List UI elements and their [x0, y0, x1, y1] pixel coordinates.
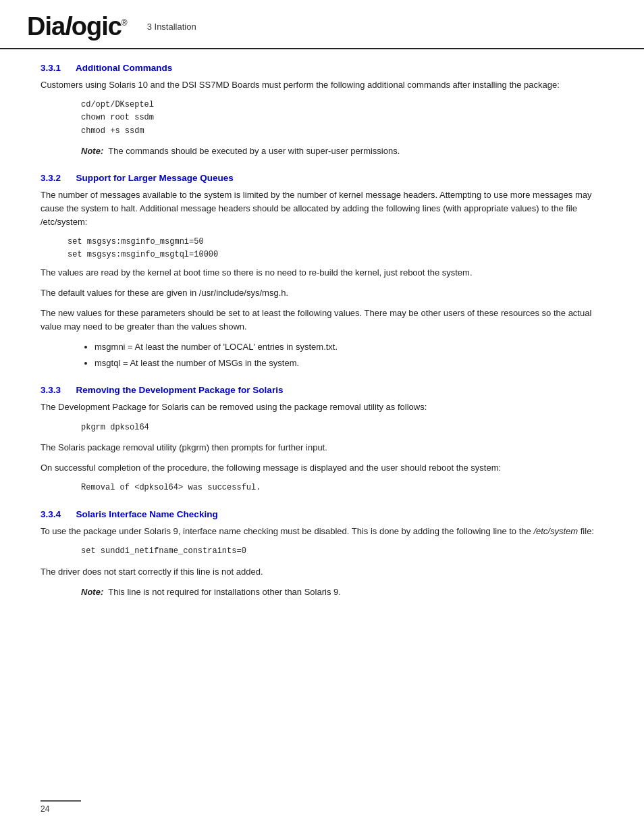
section-3-3-3-para-2: The Solaris package removal utility (pkg… [41, 441, 603, 454]
section-3-3-2-para-2: The values are read by the kernel at boo… [41, 266, 603, 280]
section-3-3-2-para-4: The new values for these parameters shou… [41, 307, 603, 334]
section-3-3-1-note: Note: The commands should be executed by… [81, 145, 603, 158]
section-3-3-3-code: pkgrm dpksol64 [81, 421, 603, 434]
breadcrumb: 3 Installation [147, 22, 196, 32]
footer: 24 [41, 800, 81, 814]
section-3-3-3: 3.3.3 Removing the Development Package f… [41, 385, 603, 494]
section-3-3-2-para-1: The number of messages available to the … [41, 188, 603, 229]
section-3-3-2-code: set msgsys:msginfo_msgmni=50 set msgsys:… [68, 236, 603, 261]
section-number-3-3-1: 3.3.1 [41, 63, 61, 73]
page: Dialogic® 3 Installation 3.3.1 Additiona… [0, 0, 644, 834]
section-3-3-4: 3.3.4 Solaris Interface Name Checking To… [41, 509, 603, 599]
section-title-3-3-4: Solaris Interface Name Checking [76, 509, 218, 519]
section-title-3-3-2: Support for Larger Message Queues [76, 173, 234, 183]
section-3-3-3-para-1: The Development Package for Solaris can … [41, 400, 603, 414]
section-number-3-3-3: 3.3.3 [41, 385, 61, 395]
page-number: 24 [41, 804, 49, 814]
section-3-3-1-para-1: Customers using Solaris 10 and the DSI S… [41, 78, 603, 92]
section-heading-3-3-2: 3.3.2 Support for Larger Message Queues [41, 173, 603, 183]
header: Dialogic® 3 Installation [0, 0, 644, 49]
section-heading-3-3-4: 3.3.4 Solaris Interface Name Checking [41, 509, 603, 519]
bullet-item-2: msgtql = At least the number of MSGs in … [95, 357, 603, 370]
section-3-3-4-code: set sunddi_netifname_constraints=0 [81, 545, 603, 558]
section-3-3-2-para-3: The default values for these are given i… [41, 286, 603, 300]
section-3-3-4-para-2: The driver does not start correctly if t… [41, 565, 603, 579]
section-3-3-2-bullets: msgmni = At least the number of 'LOCAL' … [95, 340, 603, 370]
bullet-item-1: msgmni = At least the number of 'LOCAL' … [95, 340, 603, 354]
section-3-3-4-note: Note: This line is not required for inst… [81, 585, 603, 599]
section-number-3-3-2: 3.3.2 [41, 173, 61, 183]
section-title-3-3-1: Additional Commands [76, 63, 172, 73]
section-number-3-3-4: 3.3.4 [41, 509, 61, 519]
section-heading-3-3-3: 3.3.3 Removing the Development Package f… [41, 385, 603, 395]
section-3-3-4-para-1: To use the package under Solaris 9, inte… [41, 525, 603, 538]
section-3-3-3-para-3: On successful completion of the procedur… [41, 461, 603, 475]
logo-registered: ® [122, 18, 127, 28]
section-3-3-1-code: cd/opt/DKseptel chown root ssdm chmod +s… [81, 99, 603, 138]
logo: Dialogic® [27, 12, 127, 41]
section-title-3-3-3: Removing the Development Package for Sol… [76, 385, 284, 395]
section-heading-3-3-1: 3.3.1 Additional Commands [41, 63, 603, 73]
section-3-3-3-code2: Removal of <dpksol64> was successful. [81, 481, 603, 494]
logo-text: Dialogic® [27, 12, 127, 41]
section-3-3-1: 3.3.1 Additional Commands Customers usin… [41, 63, 603, 158]
section-3-3-2: 3.3.2 Support for Larger Message Queues … [41, 173, 603, 371]
main-content: 3.3.1 Additional Commands Customers usin… [0, 49, 644, 641]
